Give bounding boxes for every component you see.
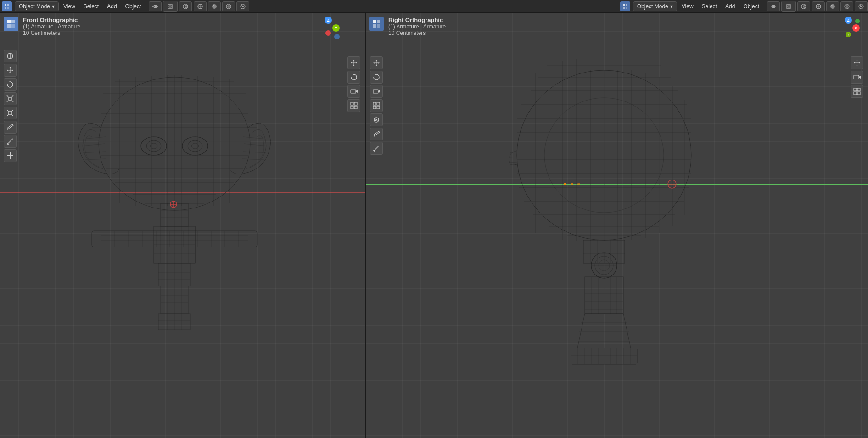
svg-point-9 <box>185 5 188 8</box>
svg-point-19 <box>241 5 242 6</box>
move-tool-btn[interactable] <box>4 64 17 77</box>
svg-line-51 <box>12 95 13 97</box>
right-side-toolbar <box>851 56 863 98</box>
svg-point-247 <box>577 183 580 185</box>
svg-rect-60 <box>10 152 11 159</box>
svg-line-91 <box>85 159 106 160</box>
cursor-tool-btn[interactable] <box>4 50 17 62</box>
right-transform-btn[interactable] <box>370 113 383 126</box>
left-viewport-model <box>55 68 294 343</box>
left-view-menu[interactable]: View <box>60 1 79 11</box>
left-add-menu[interactable]: Add <box>103 1 120 11</box>
left-rendered-btn[interactable] <box>236 1 249 11</box>
svg-line-56 <box>7 139 13 144</box>
left-pan-btn[interactable] <box>347 56 360 69</box>
annotate-tool-btn[interactable] <box>4 121 17 134</box>
right-viewport[interactable]: Right Orthographic (1) Armature | Armatu… <box>365 13 868 438</box>
right-side-camera-btn[interactable] <box>851 71 863 84</box>
svg-point-29 <box>803 5 806 8</box>
right-view-name: Right Orthographic <box>388 17 446 23</box>
right-object-menu[interactable]: Object <box>739 1 763 11</box>
left-viewport-info: Front Orthographic (1) Armature | Armatu… <box>23 17 80 36</box>
transform-tool-btn[interactable] <box>4 107 17 119</box>
svg-rect-161 <box>373 106 376 109</box>
left-select-menu[interactable]: Select <box>80 1 102 11</box>
left-object-mode-dropdown[interactable]: Object Mode ▾ <box>15 1 59 11</box>
svg-point-36 <box>846 5 848 8</box>
right-side-pan-btn[interactable] <box>851 56 863 69</box>
svg-rect-49 <box>9 97 11 100</box>
right-axis-gizmo: Z X Y <box>837 17 860 39</box>
measure-tool-btn[interactable] <box>4 135 17 148</box>
svg-rect-20 <box>623 4 625 6</box>
svg-rect-159 <box>373 102 376 105</box>
svg-point-38 <box>860 6 862 7</box>
svg-rect-155 <box>377 24 380 28</box>
left-overlay-btn[interactable] <box>179 1 192 11</box>
right-overlay-btn[interactable] <box>797 1 810 11</box>
left-material-btn[interactable] <box>222 1 235 11</box>
right-pan-btn[interactable] <box>370 56 383 69</box>
svg-point-96 <box>141 137 167 155</box>
svg-point-34 <box>831 5 833 6</box>
right-mode-icon <box>620 1 630 11</box>
left-wireframe-btn[interactable] <box>194 1 207 11</box>
left-grid-view-btn[interactable] <box>347 99 360 112</box>
right-xray-btn[interactable] <box>782 1 795 11</box>
left-nav-toolbar <box>347 56 360 112</box>
svg-point-16 <box>227 5 230 8</box>
right-annotate-btn[interactable] <box>370 128 383 140</box>
right-material-btn[interactable] <box>840 1 853 11</box>
right-select-menu[interactable]: Select <box>698 1 721 11</box>
left-display-mode-group <box>163 1 178 12</box>
y-axis-dot: Y <box>332 24 340 32</box>
svg-rect-0 <box>5 4 6 6</box>
right-viewport-info: Right Orthographic (1) Armature | Armatu… <box>388 17 446 36</box>
svg-point-99 <box>182 137 208 155</box>
right-camera-view-btn[interactable] <box>370 85 383 98</box>
right-orbit-btn[interactable] <box>370 71 383 84</box>
right-wireframe-btn[interactable] <box>812 1 825 11</box>
right-shading-modes <box>812 1 868 11</box>
svg-rect-7 <box>169 6 172 7</box>
right-object-mode-dropdown[interactable]: Object Mode ▾ <box>633 1 677 11</box>
right-y-axis: Y <box>846 32 851 37</box>
right-rendered-btn[interactable] <box>855 1 868 11</box>
svg-rect-171 <box>857 88 860 91</box>
svg-point-14 <box>213 5 214 6</box>
right-header-icons <box>767 1 868 12</box>
left-object-menu[interactable]: Object <box>122 1 145 11</box>
svg-rect-64 <box>351 102 353 105</box>
rotate-tool-btn[interactable] <box>4 78 17 91</box>
right-solid-btn[interactable] <box>826 1 839 11</box>
viewport-divider <box>365 13 366 438</box>
svg-point-98 <box>150 143 157 149</box>
svg-rect-3 <box>7 7 9 9</box>
right-view-menu[interactable]: View <box>678 1 697 11</box>
right-viewport-mode-icon[interactable] <box>369 17 384 31</box>
left-view-name: Front Orthographic <box>23 17 80 23</box>
add-object-tool-btn[interactable] <box>4 149 17 162</box>
left-viewport[interactable]: Front Orthographic (1) Armature | Armatu… <box>0 13 365 438</box>
right-z-axis: Z <box>845 17 852 24</box>
svg-point-5 <box>155 6 156 7</box>
left-camera-view-btn[interactable] <box>347 85 360 98</box>
right-display-mode-group <box>781 1 796 12</box>
right-grid-view-btn[interactable] <box>370 99 383 112</box>
right-viewport-display-btn[interactable] <box>767 1 780 11</box>
svg-point-97 <box>146 140 161 152</box>
left-xray-btn[interactable] <box>164 1 177 11</box>
svg-point-25 <box>773 6 774 7</box>
left-orbit-btn[interactable] <box>347 71 360 84</box>
svg-rect-40 <box>7 20 11 23</box>
scale-tool-btn[interactable] <box>4 92 17 105</box>
right-side-grid-btn[interactable] <box>851 85 863 98</box>
left-shading-modes <box>193 1 250 11</box>
left-viewport-display-btn[interactable] <box>149 1 162 11</box>
left-axis-gizmo: Z Y <box>317 17 340 39</box>
left-solid-btn[interactable] <box>208 1 221 11</box>
svg-rect-23 <box>626 7 627 9</box>
left-viewport-mode-icon[interactable] <box>4 17 18 31</box>
right-add-menu[interactable]: Add <box>722 1 739 11</box>
right-measure-btn[interactable] <box>370 142 383 155</box>
